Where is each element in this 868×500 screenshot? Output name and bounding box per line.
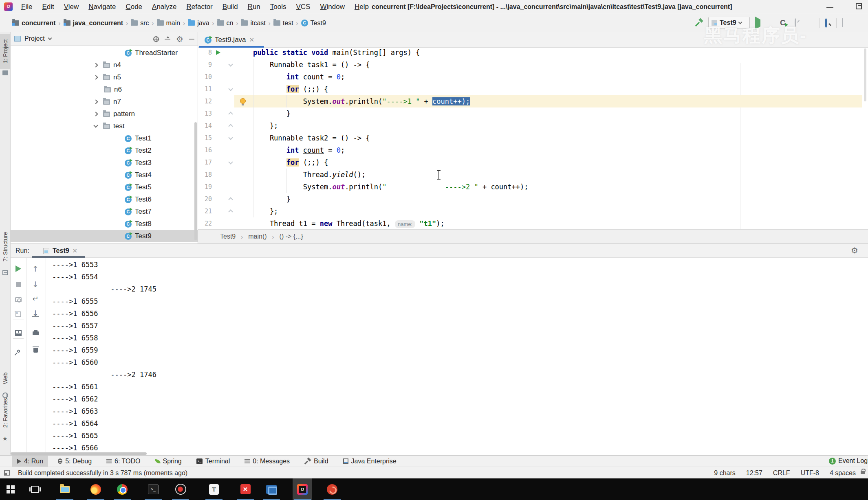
breadcrumb-itcast[interactable]: itcast bbox=[239, 20, 267, 27]
tool-window-toggle-icon[interactable] bbox=[4, 470, 10, 476]
fold-region-start-icon[interactable] bbox=[228, 62, 233, 66]
taskbar-typora-icon[interactable]: T bbox=[204, 478, 224, 500]
stripe-tab-structure[interactable]: 7: Structure bbox=[0, 225, 11, 269]
stripe-tab-favorites[interactable]: 2: Favorites bbox=[0, 392, 11, 434]
taskbar-xmind-icon[interactable]: ✕ bbox=[236, 478, 255, 500]
toolwindow-javaenterprise[interactable]: Java Enterprise bbox=[338, 456, 401, 467]
code-line-17[interactable]: 17for (;;) { bbox=[198, 156, 868, 169]
clear-all-icon[interactable] bbox=[31, 345, 40, 354]
editor-breadcrumb-item[interactable]: main() bbox=[248, 233, 267, 240]
taskbar-intellij-idea-icon[interactable] bbox=[293, 478, 312, 500]
project-scrollbar[interactable] bbox=[194, 122, 197, 240]
close-icon[interactable]: ✕ bbox=[73, 247, 78, 254]
tree-item-threadstarter[interactable]: ThreadStarter bbox=[11, 47, 198, 59]
stop-icon[interactable] bbox=[14, 280, 23, 289]
screenshot-icon[interactable] bbox=[14, 295, 23, 304]
tree-item-test7[interactable]: Test7 bbox=[11, 206, 198, 218]
event-log-button[interactable]: 1 Event Log bbox=[829, 455, 868, 467]
editor-breadcrumb-item[interactable]: Test9 bbox=[220, 233, 236, 240]
open-console-icon[interactable] bbox=[14, 310, 23, 319]
tree-item-n7[interactable]: n7 bbox=[11, 96, 198, 108]
toolwindow-debug[interactable]: 5: Debug bbox=[53, 456, 97, 467]
tree-item-pattern[interactable]: pattern bbox=[11, 108, 198, 120]
tree-item-test5[interactable]: Test5 bbox=[11, 181, 198, 193]
taskbar-start-icon[interactable] bbox=[1, 478, 20, 500]
up-stack-icon[interactable]: ↑ bbox=[31, 264, 40, 273]
taskbar-terminal-icon[interactable]: >_ bbox=[143, 478, 163, 500]
chevron-collapsed-icon[interactable] bbox=[93, 63, 98, 67]
close-icon[interactable]: ✕ bbox=[249, 36, 255, 44]
tree-item-test8[interactable]: Test8 bbox=[11, 218, 198, 230]
menu-navigate[interactable]: Navigate bbox=[84, 0, 121, 13]
status-widget-crlf[interactable]: CRLF bbox=[773, 469, 790, 477]
fold-region-end-icon[interactable] bbox=[228, 124, 233, 128]
editor-breadcrumb-item[interactable]: () -> {...} bbox=[280, 233, 303, 240]
toolwindow-terminal[interactable]: >_Terminal bbox=[192, 456, 235, 467]
code-line-22[interactable]: 22Thread t1 = new Thread(task1, name: "t… bbox=[198, 217, 868, 229]
code-line-8[interactable]: 8public static void main(String[] args) … bbox=[198, 48, 868, 59]
menu-refactor[interactable]: Refactor bbox=[182, 0, 218, 13]
chevron-collapsed-icon[interactable] bbox=[93, 99, 98, 104]
maximize-button[interactable] bbox=[856, 3, 862, 9]
menu-file[interactable]: File bbox=[16, 0, 37, 13]
breadcrumb-cn[interactable]: cn bbox=[216, 20, 235, 27]
breadcrumb-main[interactable]: main bbox=[155, 20, 182, 27]
tool-window-icon[interactable] bbox=[842, 19, 843, 26]
run-line-icon[interactable] bbox=[216, 50, 220, 55]
fold-region-end-icon[interactable] bbox=[228, 112, 233, 116]
taskbar-chrome-icon[interactable] bbox=[112, 478, 132, 500]
breadcrumb-test9[interactable]: Test9 bbox=[300, 20, 328, 27]
menu-run[interactable]: Run bbox=[243, 0, 265, 13]
status-widget-4-spaces[interactable]: 4 spaces bbox=[830, 469, 856, 477]
toolwindow-build[interactable]: Build bbox=[300, 456, 333, 467]
toolwindow-spring[interactable]: Spring bbox=[150, 456, 187, 467]
breadcrumb-src[interactable]: src bbox=[129, 20, 150, 27]
down-stack-icon[interactable]: ↓ bbox=[31, 280, 40, 289]
scroll-end-icon[interactable]: ↓ bbox=[31, 309, 40, 318]
menu-view[interactable]: View bbox=[59, 0, 84, 13]
fold-region-start-icon[interactable] bbox=[228, 160, 233, 164]
code-line-10[interactable]: 10int count = 0; bbox=[198, 71, 868, 83]
chevron-expanded-icon[interactable] bbox=[93, 123, 98, 127]
locate-icon[interactable] bbox=[153, 36, 159, 42]
menu-tools[interactable]: Tools bbox=[265, 0, 291, 13]
stripe-tab-project[interactable]: 1: Project bbox=[0, 34, 11, 69]
project-panel-title[interactable]: Project bbox=[24, 35, 45, 42]
menu-analyze[interactable]: Analyze bbox=[147, 0, 181, 13]
menu-edit[interactable]: Edit bbox=[37, 0, 59, 13]
status-message[interactable]: Build completed successfully in 3 s 787 … bbox=[18, 467, 187, 479]
search-icon[interactable] bbox=[825, 20, 827, 27]
status-widget-12-57[interactable]: 12:57 bbox=[746, 469, 762, 477]
fold-region-end-icon[interactable] bbox=[228, 197, 233, 202]
tab-test9-java[interactable]: Test9.java ✕ bbox=[200, 32, 259, 48]
code-line-12[interactable]: 12System.out.println("---->1 " + count++… bbox=[198, 95, 868, 107]
code-line-16[interactable]: 16int count = 0; bbox=[198, 144, 868, 156]
menu-help[interactable]: Help bbox=[350, 0, 374, 13]
restore-layout-icon[interactable] bbox=[14, 329, 23, 338]
hide-panel-icon[interactable] bbox=[189, 39, 194, 39]
tree-item-test3[interactable]: Test3 bbox=[11, 157, 198, 169]
chevron-collapsed-icon[interactable] bbox=[93, 112, 98, 116]
taskbar-file-explorer-icon[interactable] bbox=[55, 478, 75, 500]
taskbar-kingsoft-icon[interactable] bbox=[322, 478, 342, 500]
taskbar-screen-recorder-icon[interactable] bbox=[171, 478, 190, 500]
minimize-button[interactable] bbox=[826, 7, 833, 8]
stripe-tab-web[interactable]: Web bbox=[0, 366, 11, 391]
pin-icon[interactable] bbox=[14, 346, 23, 355]
tree-item-test4[interactable]: Test4 bbox=[11, 169, 198, 181]
code-line-18[interactable]: 18Thread.yield(); bbox=[198, 169, 868, 181]
fold-region-start-icon[interactable] bbox=[228, 135, 233, 140]
breadcrumb-java_concurrent[interactable]: java_concurrent bbox=[62, 20, 125, 27]
run-tab-test9[interactable]: Test9 ✕ bbox=[40, 244, 81, 258]
code-area[interactable]: 8public static void main(String[] args) … bbox=[198, 48, 868, 229]
menu-vcs[interactable]: VCS bbox=[291, 0, 315, 13]
code-line-11[interactable]: 11for (;;) { bbox=[198, 83, 868, 95]
toolwindow-messages[interactable]: 0: Messages bbox=[240, 456, 295, 467]
breadcrumb-concurrent[interactable]: concurrent bbox=[11, 20, 57, 27]
code-line-13[interactable]: 13} bbox=[198, 107, 868, 120]
fold-region-end-icon[interactable] bbox=[228, 209, 233, 214]
gear-icon[interactable]: ⚙ bbox=[176, 35, 183, 43]
breadcrumb-test[interactable]: test bbox=[272, 20, 295, 27]
tree-item-test2[interactable]: Test2 bbox=[11, 145, 198, 157]
tree-item-n4[interactable]: n4 bbox=[11, 59, 198, 71]
